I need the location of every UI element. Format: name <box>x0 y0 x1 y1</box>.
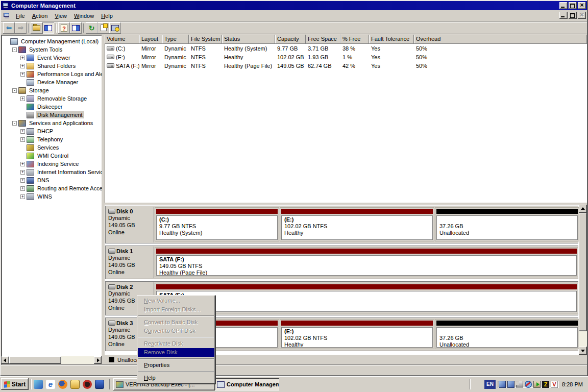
mdi-restore-button[interactable] <box>569 12 577 19</box>
column-header-volume[interactable]: Volume <box>105 35 139 44</box>
tree-item-device-manager[interactable]: Device Manager <box>2 78 102 86</box>
back-button[interactable] <box>3 22 15 34</box>
scroll-up-button[interactable] <box>579 205 587 213</box>
disk-1-info[interactable]: Disk 1Dynamic149.05 GBOnline <box>106 247 154 278</box>
tree-item-diskeeper[interactable]: Diskeeper <box>2 103 102 111</box>
red-app-icon[interactable] <box>83 380 92 389</box>
column-header-fault-tolerance[interactable]: Fault Tolerance <box>369 35 414 44</box>
context-menu-item-new-volume[interactable]: New Volume... <box>138 297 214 305</box>
partition-e[interactable]: (E:)102.02 GB NTFSHealthy <box>280 208 434 241</box>
tree-item-telephony[interactable]: +Telephony <box>2 135 102 143</box>
unallocated-region[interactable]: 37.26 GBUnallocated <box>435 208 579 241</box>
language-indicator[interactable]: EN <box>484 380 496 389</box>
unplug-tray-icon[interactable] <box>516 381 523 388</box>
column-header-free-space[interactable]: Free Space <box>306 35 340 44</box>
start-button[interactable]: Start <box>1 378 29 390</box>
restore-button[interactable] <box>569 2 577 9</box>
tree-item-routing-and-remote-access[interactable]: +Routing and Remote Access <box>2 184 102 192</box>
context-menu-item-convert-to-gpt-disk[interactable]: Convert to GPT Disk <box>138 327 214 335</box>
scroll-down-button[interactable] <box>579 347 587 355</box>
column-header-capacity[interactable]: Capacity <box>275 35 306 44</box>
context-menu-item-properties[interactable]: Properties <box>138 361 214 370</box>
forward-button[interactable] <box>15 22 27 34</box>
tree-item-event-viewer[interactable]: +Event Viewer <box>2 54 102 62</box>
scroll-left-button[interactable] <box>2 356 9 364</box>
expand-toggle[interactable]: + <box>20 96 25 101</box>
refresh-button[interactable] <box>86 22 97 34</box>
expand-toggle[interactable]: + <box>20 178 25 183</box>
expand-toggle[interactable]: + <box>20 56 25 60</box>
context-menu-item-import-foreign-disks[interactable]: Import Foreign Disks... <box>138 305 214 314</box>
close-button[interactable] <box>578 2 586 9</box>
tree-item-wins[interactable]: +WINS <box>2 192 102 201</box>
tree-item-storage[interactable]: -Storage <box>2 86 102 94</box>
folder-icon[interactable] <box>70 380 80 389</box>
tree-item-performance-logs-and-alert[interactable]: +Performance Logs and Alert: <box>2 70 102 78</box>
tree-item-dhcp[interactable]: +DHCP <box>2 127 102 135</box>
zonealarm-tray-icon[interactable] <box>542 381 549 388</box>
show-action-pane-button[interactable] <box>70 22 82 34</box>
column-header-file-system[interactable]: File System <box>189 35 222 44</box>
volume-row-sata-f[interactable]: SATA (F:)MirrorDynamicNTFSHealthy (Page … <box>105 61 587 70</box>
menu-help[interactable]: Help <box>97 11 116 20</box>
tree-item-disk-management[interactable]: Disk Management <box>2 111 102 119</box>
collapse-toggle[interactable]: - <box>12 88 17 93</box>
context-menu-item-convert-to-basic-disk[interactable]: Convert to Basic Disk <box>138 318 214 327</box>
tree-item-dns[interactable]: +DNS <box>2 176 102 184</box>
partition-sata-f[interactable]: SATA (F:)149.05 GB NTFSHealthy (Page Fil… <box>155 283 578 313</box>
context-menu-item-reactivate-disk[interactable]: Reactivate Disk <box>138 339 214 348</box>
help-topics-button[interactable] <box>58 22 70 34</box>
context-menu-item-remove-disk[interactable]: Remove Disk <box>138 348 214 357</box>
expand-toggle[interactable]: + <box>20 72 25 77</box>
partition-sata-f[interactable]: SATA (F:)149.05 GB NTFSHealthy (Page Fil… <box>155 248 578 277</box>
disk-view-scrollbar[interactable] <box>579 205 587 355</box>
tree-item-services[interactable]: Services <box>2 143 102 152</box>
collapse-toggle[interactable]: - <box>12 121 17 126</box>
menu-file[interactable]: File <box>12 11 29 20</box>
partition-c[interactable]: (C:)9.77 GB NTFSHealthy (System) <box>155 208 279 241</box>
expand-toggle[interactable]: + <box>20 186 25 191</box>
tree-item-wmi-control[interactable]: WMI Control <box>2 152 102 160</box>
tree-item-indexing-service[interactable]: +Indexing Service <box>2 160 102 168</box>
unallocated-region[interactable]: 37.26 GBUnallocated <box>435 320 579 349</box>
blue-app-icon[interactable] <box>95 380 104 389</box>
tree-item-removable-storage[interactable]: +Removable Storage <box>2 94 102 103</box>
tree-item-shared-folders[interactable]: +Shared Folders <box>2 62 102 70</box>
internet-explorer-icon[interactable] <box>46 380 55 389</box>
menu-action[interactable]: Action <box>29 11 52 20</box>
antivirus-tray-icon[interactable] <box>551 381 558 388</box>
title-bar[interactable]: Computer Management <box>1 1 587 10</box>
network-a-tray-icon[interactable] <box>499 381 506 388</box>
volume-row-c[interactable]: (C:)MirrorDynamicNTFSHealthy (System)9.7… <box>105 44 587 53</box>
mdi-child-icon[interactable] <box>3 13 10 19</box>
manage-computer-button[interactable] <box>109 22 121 34</box>
export-list-button[interactable] <box>97 22 109 34</box>
up-one-level-button[interactable] <box>31 22 42 34</box>
minimize-button[interactable] <box>559 2 568 9</box>
column-header-status[interactable]: Status <box>222 35 275 44</box>
column-header-type[interactable]: Type <box>162 35 189 44</box>
context-menu-item-help[interactable]: Help <box>138 374 214 382</box>
column-header-free[interactable]: % Free <box>340 35 369 44</box>
column-header-layout[interactable]: Layout <box>139 35 162 44</box>
tree-item-internet-information-service[interactable]: +Internet Information Service <box>2 168 102 176</box>
expand-toggle[interactable]: + <box>20 170 25 175</box>
expand-toggle[interactable]: + <box>20 137 25 142</box>
messenger-icon[interactable] <box>34 380 43 389</box>
firefox-icon[interactable] <box>58 380 67 389</box>
expand-toggle[interactable]: + <box>20 129 25 134</box>
menu-view[interactable]: View <box>51 11 70 20</box>
tree-horizontal-scrollbar[interactable] <box>2 356 102 364</box>
disk-0-info[interactable]: Disk 0Dynamic149.05 GBOnline <box>106 207 154 242</box>
task-button-computer-manageme[interactable]: Computer Manageme... <box>214 378 279 390</box>
scheduled-task-tray-icon[interactable] <box>533 381 541 388</box>
menu-window[interactable]: Window <box>70 11 97 20</box>
scrollbar-thumb[interactable] <box>579 213 587 331</box>
expand-toggle[interactable]: + <box>20 194 25 199</box>
expand-toggle[interactable]: + <box>20 162 25 166</box>
scrollbar-thumb[interactable] <box>9 356 61 364</box>
collapse-toggle[interactable]: - <box>12 47 17 52</box>
show-console-tree-button[interactable] <box>42 22 54 34</box>
taskbar-clock[interactable]: 8:28 PM <box>561 381 586 387</box>
network-b-tray-icon[interactable] <box>507 381 514 388</box>
